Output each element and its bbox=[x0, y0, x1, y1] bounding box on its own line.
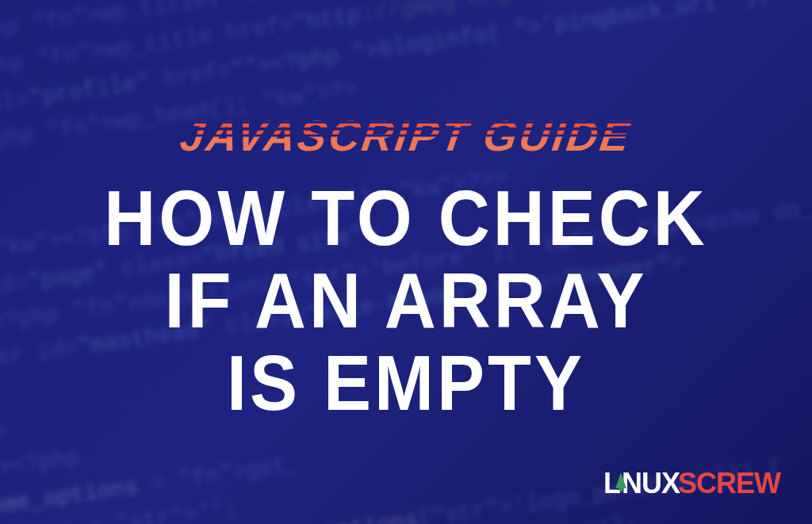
logo-text-linux: L NUX bbox=[603, 467, 680, 500]
logo-text-screw: SCREW bbox=[678, 467, 780, 500]
site-logo: L NUX SCREW bbox=[603, 467, 780, 500]
banner-subtitle: JAVASCRIPT GUIDE bbox=[178, 111, 635, 160]
title-line-3: IS EMPTY bbox=[104, 342, 707, 424]
logo-nux-chars: NUX bbox=[622, 467, 680, 500]
title-line-1: HOW TO CHECK bbox=[104, 177, 707, 259]
banner-title: HOW TO CHECK IF AN ARRAY IS EMPTY bbox=[104, 177, 707, 424]
tree-icon bbox=[615, 472, 626, 488]
article-banner: 28 $this->attributes();29 "kw"><?php "fn… bbox=[0, 0, 812, 524]
title-line-2: IF AN ARRAY bbox=[104, 259, 707, 342]
